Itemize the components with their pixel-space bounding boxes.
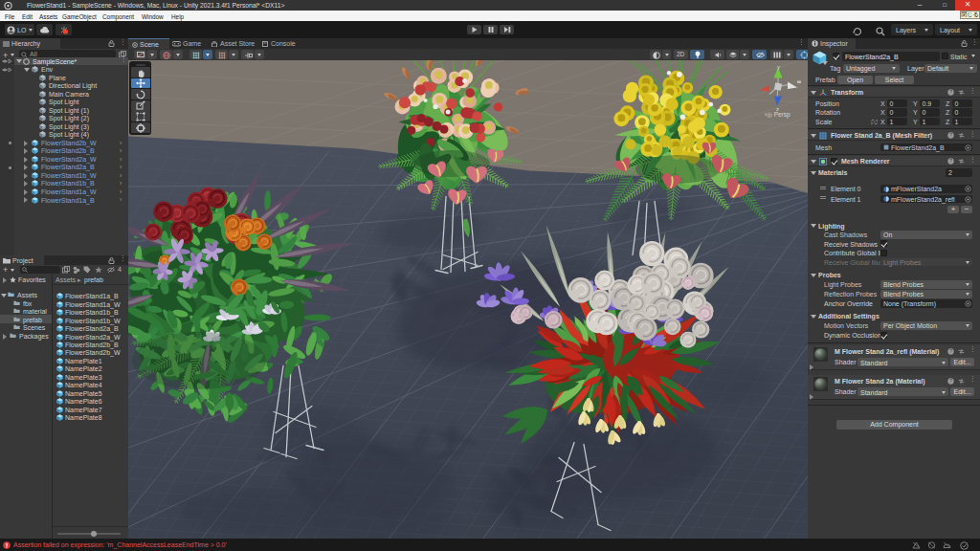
- svg-text:?: ?: [949, 133, 952, 138]
- svg-text:y: y: [777, 63, 780, 69]
- svg-text:‹◎ Persp: ‹◎ Persp: [765, 110, 791, 118]
- svg-text:?: ?: [949, 379, 952, 384]
- svg-text:?: ?: [949, 159, 952, 164]
- svg-text:?: ?: [949, 349, 952, 354]
- svg-text:?: ?: [949, 90, 952, 95]
